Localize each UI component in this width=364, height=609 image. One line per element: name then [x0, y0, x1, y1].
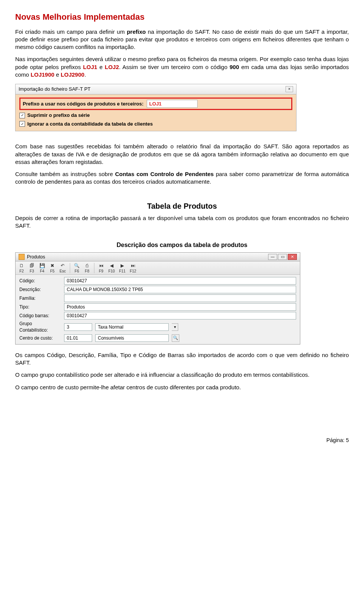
toolbar-f12[interactable]: ⏭F12: [128, 262, 138, 274]
grupo-code-input[interactable]: 3: [64, 323, 92, 331]
product-form: Código:03010427 Descrição:CALHA DLP MONO…: [16, 275, 300, 344]
key-label: F11: [119, 269, 126, 274]
last-icon: ⏭: [130, 263, 136, 269]
key-label: F4: [40, 269, 44, 274]
prefix-input[interactable]: LOJ1: [147, 100, 198, 108]
key-label: F6: [75, 269, 79, 274]
toolbar-f4[interactable]: 💾F4: [38, 262, 47, 274]
minimize-icon[interactable]: —: [268, 254, 277, 260]
page-footer: Página: 5: [15, 437, 349, 444]
toolbar-f5[interactable]: ✖F5: [48, 262, 57, 274]
bold-prefixo: prefixo: [127, 28, 146, 35]
key-label: F12: [130, 269, 136, 274]
window-title: Produtos: [27, 254, 45, 260]
intro-paragraph-1: Foi criado mais um campo para definir um…: [15, 28, 349, 51]
familia-input[interactable]: [64, 294, 296, 302]
close-icon[interactable]: ✕: [288, 254, 297, 260]
toolbar-esc[interactable]: ↶Esc: [58, 262, 67, 274]
text: e: [97, 64, 105, 70]
codigo-input[interactable]: 03010427: [64, 277, 296, 285]
copy-icon: 🗐: [29, 263, 35, 269]
paragraph-report: Com base nas sugestões recebidas foi tam…: [15, 143, 349, 166]
text: e: [54, 71, 61, 78]
centro-custo-code-input[interactable]: 01.01: [64, 334, 92, 342]
section-title-produtos: Tabela de Produtos: [15, 201, 349, 211]
toolbar-f2[interactable]: 🗋F2: [17, 262, 26, 274]
window-titlebar: Produtos — ▭ ✕: [16, 253, 300, 261]
codigo-barras-label: Código barras:: [19, 313, 61, 319]
intro-paragraph-2: Nas importações seguintes deverá utiliza…: [15, 55, 349, 79]
paragraph-grupo: O campo grupo contabilístico pode ser al…: [15, 371, 349, 379]
dialog-titlebar: Importação do ficheiro SAF-T PT ×: [16, 84, 296, 94]
key-label: F10: [108, 269, 115, 274]
prev-icon: ◀: [108, 263, 115, 269]
page-title: Novas Melhorias Implementadas: [15, 11, 349, 23]
window-icon: [19, 254, 25, 260]
pendentes-bold: Contas com Controlo de Pendentes: [115, 171, 213, 177]
text: .: [85, 71, 86, 78]
option-label: Ignorar a conta da contabilidade da tabe…: [27, 121, 153, 127]
key-label: F5: [50, 269, 55, 274]
save-icon: 💾: [39, 263, 45, 269]
loj2900-ref: LOJ2900: [61, 71, 85, 78]
key-label: F3: [30, 269, 34, 274]
search-icon: 🔍: [74, 263, 80, 269]
key-label: Esc: [60, 269, 66, 274]
loj1-ref: LOJ1: [83, 64, 97, 70]
centro-custo-label: Centro de custo:: [19, 335, 61, 341]
checkbox-checked-icon[interactable]: ✓: [19, 121, 25, 127]
text: Foi criado mais um campo para definir um: [15, 28, 127, 35]
option-label: Suprimir o prefixo da série: [27, 112, 90, 119]
close-icon[interactable]: ×: [286, 86, 293, 92]
descricao-input[interactable]: CALHA DLP MONOB.150X50 2 TP65: [64, 286, 296, 293]
loj1900-ref: LOJ1900: [31, 71, 55, 78]
next-icon: ▶: [119, 263, 126, 269]
prefix-label: Prefixo a usar nos códigos de produtos e…: [23, 101, 144, 107]
grupo-label: Grupo Contabilístico:: [19, 321, 61, 333]
key-label: F8: [85, 269, 89, 274]
grupo-desc-input[interactable]: Taxa Normal: [95, 323, 169, 331]
suppress-series-option[interactable]: ✓ Suprimir o prefixo da série: [19, 112, 292, 119]
code-900: 900: [229, 64, 239, 70]
text: Consulte também as instruções sobre: [15, 171, 115, 177]
paragraph-pendentes: Consulte também as instruções sobre Cont…: [15, 170, 349, 186]
key-label: F9: [99, 269, 104, 274]
prefix-highlight-row: Prefixo a usar nos códigos de produtos e…: [19, 98, 292, 110]
tipo-input[interactable]: Produtos: [64, 303, 296, 311]
codigo-barras-input[interactable]: 03010427: [64, 312, 296, 319]
descricao-label: Descrição:: [19, 286, 61, 293]
paragraph-tabela: Depois de correr a rotina de importação …: [15, 214, 349, 230]
key-label: F2: [19, 269, 24, 274]
toolbar-f8[interactable]: ⎙F8: [83, 262, 92, 274]
chevron-down-icon[interactable]: ▾: [172, 323, 178, 331]
toolbar: 🗋F2 🗐F3 💾F4 ✖F5 ↶Esc 🔍F6 ⎙F8 ⏮F9 ◀F10 ▶F…: [16, 261, 300, 275]
ignore-account-option[interactable]: ✓ Ignorar a conta da contabilidade da ta…: [19, 121, 292, 127]
tipo-label: Tipo:: [19, 304, 61, 310]
toolbar-f6[interactable]: 🔍F6: [72, 262, 82, 274]
familia-label: Família:: [19, 295, 61, 301]
print-icon: ⎙: [84, 263, 90, 269]
loj2-ref: LOJ2: [105, 64, 119, 70]
toolbar-f11[interactable]: ▶F11: [118, 262, 127, 274]
search-icon[interactable]: 🔍: [172, 334, 179, 342]
delete-icon: ✖: [49, 263, 55, 269]
toolbar-f10[interactable]: ◀F10: [107, 262, 116, 274]
checkbox-checked-icon[interactable]: ✓: [19, 113, 25, 118]
maximize-icon[interactable]: ▭: [278, 254, 287, 260]
paragraph-centro-custo: O campo centro de custo permite-lhe afet…: [15, 384, 349, 391]
dialog-title: Importação do ficheiro SAF-T PT: [19, 86, 91, 93]
first-icon: ⏮: [98, 263, 104, 269]
produtos-window: Produtos — ▭ ✕ 🗋F2 🗐F3 💾F4 ✖F5 ↶Esc 🔍F6 …: [15, 252, 300, 345]
codigo-label: Código:: [19, 278, 61, 284]
undo-icon: ↶: [60, 263, 66, 269]
text: . Assim se tiver um terceiro com o códig…: [119, 64, 230, 70]
toolbar-f9[interactable]: ⏮F9: [97, 262, 106, 274]
paragraph-campos: Os campos Código, Descrição, Família, Ti…: [15, 351, 349, 367]
toolbar-f3[interactable]: 🗐F3: [27, 262, 36, 274]
centro-custo-desc-input[interactable]: Consumíveis: [95, 334, 169, 342]
subheading-campos: Descrição dos campos da tabela de produt…: [15, 241, 349, 249]
saft-import-dialog: Importação do ficheiro SAF-T PT × Prefix…: [15, 84, 297, 131]
new-icon: 🗋: [19, 263, 25, 269]
